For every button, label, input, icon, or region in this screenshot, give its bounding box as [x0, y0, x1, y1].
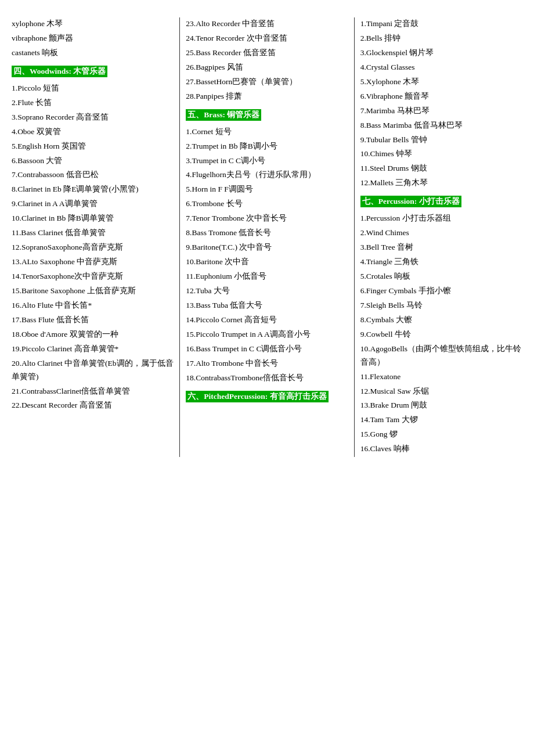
list-item: 7.Marimba 马林巴琴	[360, 105, 522, 118]
list-item: castanets 响板	[12, 46, 174, 60]
list-item: 1.Cornet 短号	[186, 125, 348, 139]
list-item: 2.Flute 长笛	[12, 96, 174, 110]
list-item: 12.Musical Saw 乐锯	[360, 385, 522, 398]
list-item: 12.SopranoSaxophone高音萨克斯	[12, 241, 174, 254]
list-item: 8.Clarinet in Eb 降E调单簧管(小黑管)	[12, 183, 174, 196]
list-item: 27.BassetHorn巴赛管（单簧管）	[186, 75, 348, 89]
section-header: 四、Woodwinds: 木管乐器	[12, 66, 107, 77]
list-item: 16.Bass Trumpet in C C调低音小号	[186, 343, 348, 356]
list-item: 10.AgogoBells（由两个锥型铁筒组成，比牛铃音高）	[360, 343, 522, 369]
list-item: 6.Vibraphone 颤音琴	[360, 90, 522, 103]
list-item: 13.ALto Saxophone 中音萨克斯	[12, 255, 174, 269]
list-item: 15.Gong 锣	[360, 428, 522, 441]
list-item: 5.Horn in F F调圆号	[186, 183, 348, 196]
list-item: 18.Oboe d'Amore 双簧管的一种	[12, 328, 174, 341]
list-item: 26.Bagpipes 风笛	[186, 61, 348, 74]
list-item: 19.Piccolo Clarinet 高音单簧管*	[12, 343, 174, 356]
list-item: 1.Piccolo 短笛	[12, 82, 174, 95]
list-item: 17.Alto Trombone 中音长号	[186, 357, 348, 370]
list-item: vibraphone 颤声器	[12, 32, 174, 45]
list-item: 23.Alto Recorder 中音竖笛	[186, 17, 348, 31]
list-item: 20.Alto Clarinet 中音单簧管(Eb调的，属于低音单簧管)	[12, 357, 174, 384]
list-item: 14.TenorSaxophone次中音萨克斯	[12, 270, 174, 283]
list-item: 15.Piccolo Trumpet in A A调高音小号	[186, 328, 348, 341]
list-item: 2.Trumpet in Bb 降B调小号	[186, 140, 348, 153]
column-1: xylophone 木琴vibraphone 颤声器castanets 响板四、…	[6, 17, 180, 457]
list-item: 5.English Horn 英国管	[12, 140, 174, 153]
page: xylophone 木琴vibraphone 颤声器castanets 响板四、…	[0, 0, 534, 474]
section-header: 七、Percussion: 小打击乐器	[360, 196, 461, 207]
list-item: 11.Bass Clarinet 低音单簧管	[12, 226, 174, 240]
list-item: 2.Wind Chimes	[360, 226, 522, 240]
list-item: 11.Steel Drums 钢鼓	[360, 162, 522, 175]
section-header-row: 五、Brass: 铜管乐器	[186, 107, 348, 123]
list-item: 16.Claves 响棒	[360, 442, 522, 456]
list-item: 4.Flugelhorn夫吕号（行进乐队常用）	[186, 168, 348, 182]
section-header-row: 六、PitchedPercussion: 有音高打击乐器	[186, 388, 348, 405]
list-item: 22.Descant Recorder 高音竖笛	[12, 399, 174, 412]
list-item: 2.Bells 排钟	[360, 32, 522, 45]
list-item: 25.Bass Recorder 低音竖笛	[186, 46, 348, 60]
list-item: 1.Timpani 定音鼓	[360, 17, 522, 31]
list-item: 5.Crotales 响板	[360, 270, 522, 283]
list-item: 9.Baritone(T.C.) 次中音号	[186, 241, 348, 254]
list-item: 28.Panpipes 排萧	[186, 90, 348, 103]
list-item: 10.Chimes 钟琴	[360, 147, 522, 161]
list-item: 4.Oboe 双簧管	[12, 125, 174, 139]
list-item: 1.Percussion 小打击乐器组	[360, 212, 522, 225]
list-item: 17.Bass Flute 低音长笛	[12, 314, 174, 327]
list-item: 18.ContrabassTrombone倍低音长号	[186, 372, 348, 385]
section-header: 五、Brass: 铜管乐器	[186, 109, 261, 121]
list-item: 12.Tuba 大号	[186, 285, 348, 298]
list-item: 15.Baritone Saxophone 上低音萨克斯	[12, 285, 174, 298]
list-item: 24.Tenor Recorder 次中音竖笛	[186, 32, 348, 45]
list-item: 9.Cowbell 牛铃	[360, 328, 522, 341]
column-3: 1.Timpani 定音鼓2.Bells 排钟3.Glockenspiel 钢片…	[355, 17, 528, 457]
list-item: 4.Triangle 三角铁	[360, 255, 522, 269]
column-2: 23.Alto Recorder 中音竖笛24.Tenor Recorder 次…	[180, 17, 354, 457]
list-item: 13.Brake Drum 闸鼓	[360, 399, 522, 412]
section-header-row: 七、Percussion: 小打击乐器	[360, 193, 522, 210]
list-item: 6.Trombone 长号	[186, 197, 348, 211]
list-item: 14.Tam Tam 大锣	[360, 413, 522, 427]
list-item: 3.Glockenspiel 钢片琴	[360, 46, 522, 60]
list-item: 5.Xylophone 木琴	[360, 75, 522, 89]
list-item: 13.Bass Tuba 低音大号	[186, 299, 348, 312]
list-item: 12.Mallets 三角木琴	[360, 177, 522, 190]
section-header: 六、PitchedPercussion: 有音高打击乐器	[186, 391, 328, 402]
list-item: 3.Bell Tree 音树	[360, 241, 522, 254]
list-item: 11.Flexatone	[360, 370, 522, 384]
list-item: 8.Bass Tromone 低音长号	[186, 226, 348, 240]
list-item: 7.Contrabassoon 低音巴松	[12, 168, 174, 182]
list-item: 4.Crystal Glasses	[360, 61, 522, 74]
list-item: 7.Tenor Trombone 次中音长号	[186, 212, 348, 225]
list-item: 10.Baritone 次中音	[186, 255, 348, 269]
list-item: 10.Clarinet in Bb 降B调单簧管	[12, 212, 174, 225]
list-item: 6.Finger Cymbals 手指小镲	[360, 285, 522, 298]
list-item: 8.Cymbals 大镲	[360, 314, 522, 327]
list-item: 8.Bass Marimba 低音马林巴琴	[360, 119, 522, 132]
section-header-row: 四、Woodwinds: 木管乐器	[12, 63, 174, 80]
list-item: 3.Trumpet in C C调小号	[186, 154, 348, 168]
list-item: 6.Bassoon 大管	[12, 154, 174, 168]
list-item: 11.Euphonium 小低音号	[186, 270, 348, 283]
list-item: 14.Piccolo Cornet 高音短号	[186, 314, 348, 327]
list-item: 9.Tubular Bells 管钟	[360, 134, 522, 147]
list-item: 16.Alto Flute 中音长笛*	[12, 299, 174, 312]
list-item: 21.ContrabassClarinet倍低音单簧管	[12, 385, 174, 398]
list-item: xylophone 木琴	[12, 17, 174, 31]
list-item: 3.Soprano Recorder 高音竖笛	[12, 111, 174, 124]
list-item: 9.Clarinet in A A调单簧管	[12, 197, 174, 211]
list-item: 7.Sleigh Bells 马铃	[360, 299, 522, 312]
